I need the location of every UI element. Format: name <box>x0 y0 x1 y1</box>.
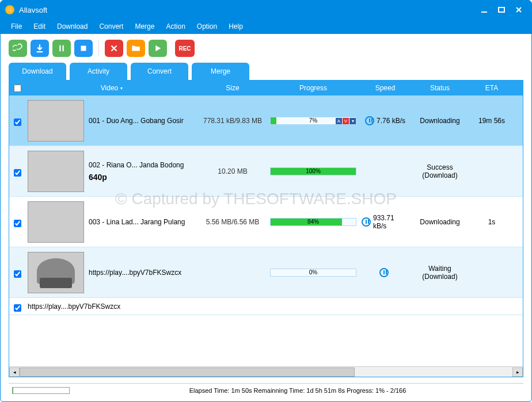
quality-badge: 640p <box>89 173 184 182</box>
video-thumbnail <box>28 201 84 243</box>
horizontal-scrollbar[interactable]: ◂ ▸ <box>9 366 523 377</box>
menu-convert[interactable]: Convert <box>93 20 129 33</box>
scroll-right-icon[interactable]: ▸ <box>512 367 523 377</box>
tab-download[interactable]: Download <box>9 63 66 80</box>
tab-convert[interactable]: Convert <box>131 63 188 80</box>
pause-button[interactable] <box>52 40 71 57</box>
menu-action[interactable]: Action <box>160 20 191 33</box>
status-cell: Downloading <box>411 216 469 228</box>
minimize-button[interactable] <box>476 4 492 16</box>
pause-icon[interactable] <box>362 217 371 227</box>
table-row[interactable]: 003 - Lina Lad... Jarang Pulang 5.56 MB/… <box>9 197 523 247</box>
titlebar: Allavsoft <box>1 1 531 19</box>
tab-strip: Download Activity Convert Merge <box>9 63 523 80</box>
eta-cell: 19m 56s <box>469 114 515 127</box>
video-thumbnail <box>28 252 84 293</box>
progress-bar: 0% <box>270 269 356 277</box>
scroll-left-icon[interactable]: ◂ <box>9 367 20 377</box>
svg-rect-4 <box>59 45 60 52</box>
row-checkbox[interactable] <box>14 220 21 227</box>
progress-bar: 84% <box>270 218 356 226</box>
col-eta[interactable]: ETA <box>469 84 515 92</box>
maximize-button[interactable] <box>493 4 510 16</box>
download-table: Video▾ Size Progress Speed Status ETA 00… <box>9 80 523 377</box>
table-row[interactable]: 001 - Duo Ang... Gobang Gosir 778.31 kB/… <box>9 95 523 146</box>
speed-value: 933.71 kB/s <box>373 214 409 230</box>
video-title: https://play....bpyV7bFKSwzcx <box>89 269 181 277</box>
video-title: 002 - Riana O... Janda Bodong <box>89 161 184 169</box>
menu-help[interactable]: Help <box>223 20 249 33</box>
pause-icon[interactable] <box>365 116 374 125</box>
table-row[interactable]: https://play....bpyV7bFKSwzcx 0% Waiting… <box>9 247 523 298</box>
status-cell: Success (Download) <box>411 161 469 182</box>
row-checkbox[interactable] <box>14 270 21 278</box>
size-cell <box>198 304 267 309</box>
toolbar-separator <box>98 40 99 56</box>
eta-cell <box>469 270 515 275</box>
col-size[interactable]: Size <box>198 84 267 92</box>
overall-progress-bar <box>12 387 70 394</box>
video-title: https://play....bpyV7bFKSwzcx <box>28 303 120 311</box>
col-status[interactable]: Status <box>411 84 469 92</box>
eta-cell <box>469 169 515 174</box>
tab-merge[interactable]: Merge <box>192 63 249 80</box>
paste-url-button[interactable] <box>9 40 27 57</box>
table-header: Video▾ Size Progress Speed Status ETA <box>9 81 523 95</box>
svg-rect-5 <box>63 45 64 52</box>
menu-download[interactable]: Download <box>51 20 93 33</box>
status-cell: Waiting (Download) <box>411 262 469 283</box>
delete-button[interactable] <box>105 40 123 57</box>
record-label: REC <box>178 45 191 52</box>
tab-activity[interactable]: Activity <box>70 63 127 80</box>
status-cell <box>411 304 469 309</box>
download-start-button[interactable] <box>31 40 49 57</box>
menu-file[interactable]: File <box>5 20 28 33</box>
video-thumbnail <box>28 151 84 192</box>
svg-rect-1 <box>499 7 504 12</box>
video-thumbnail <box>28 100 84 141</box>
progress-label: 0% <box>309 269 317 275</box>
col-video[interactable]: Video▾ <box>25 84 198 92</box>
play-button[interactable] <box>149 40 167 57</box>
video-title: 001 - Duo Ang... Gobang Gosir <box>89 117 184 125</box>
row-checkbox[interactable] <box>14 304 21 312</box>
menu-merge[interactable]: Merge <box>129 20 160 33</box>
size-cell: 10.20 MB <box>198 165 267 178</box>
menu-option[interactable]: Option <box>191 20 223 33</box>
statusbar: Elapsed Time: 1m 50s Remainning Time: 1d… <box>9 383 523 397</box>
menu-edit[interactable]: Edit <box>28 20 51 33</box>
row-checkbox[interactable] <box>14 169 21 177</box>
progress-label: 84% <box>307 219 319 225</box>
size-cell <box>198 270 267 275</box>
app-icon <box>5 5 14 14</box>
col-speed[interactable]: Speed <box>359 84 411 92</box>
menubar: File Edit Download Convert Merge Action … <box>1 19 531 34</box>
size-cell: 778.31 kB/9.83 MB <box>198 114 267 127</box>
table-row[interactable]: 002 - Riana O... Janda Bodong 640p 10.20… <box>9 146 523 197</box>
stop-button[interactable] <box>74 40 93 57</box>
svg-rect-6 <box>81 46 86 51</box>
toolbar: REC <box>1 34 531 63</box>
scroll-thumb[interactable] <box>20 367 355 377</box>
progress-label: 100% <box>306 168 321 174</box>
progress-bar: 100% <box>270 167 356 175</box>
status-text: Elapsed Time: 1m 50s Remainning Time: 1d… <box>75 387 520 394</box>
table-row[interactable]: https://play....bpyV7bFKSwzcx <box>9 298 523 315</box>
eta-cell <box>469 304 515 309</box>
eta-cell: 1s <box>469 216 515 228</box>
pause-icon[interactable] <box>379 268 389 277</box>
app-title: Allavsoft <box>19 6 475 14</box>
size-cell: 5.56 MB/6.56 MB <box>198 216 267 228</box>
close-button[interactable] <box>511 4 527 16</box>
video-title: 003 - Lina Lad... Jarang Pulang <box>89 218 185 226</box>
row-checkbox[interactable] <box>14 118 21 126</box>
status-cell: Downloading <box>411 114 469 127</box>
row-action-icons[interactable]: AV▾ <box>336 118 356 124</box>
col-progress[interactable]: Progress <box>267 84 359 92</box>
sort-indicator-icon: ▾ <box>120 86 123 91</box>
open-folder-button[interactable] <box>127 40 145 57</box>
select-all-checkbox[interactable] <box>14 85 21 92</box>
record-button[interactable]: REC <box>175 40 195 57</box>
speed-value: 7.76 kB/s <box>377 117 405 125</box>
progress-label: 7% <box>309 117 317 124</box>
